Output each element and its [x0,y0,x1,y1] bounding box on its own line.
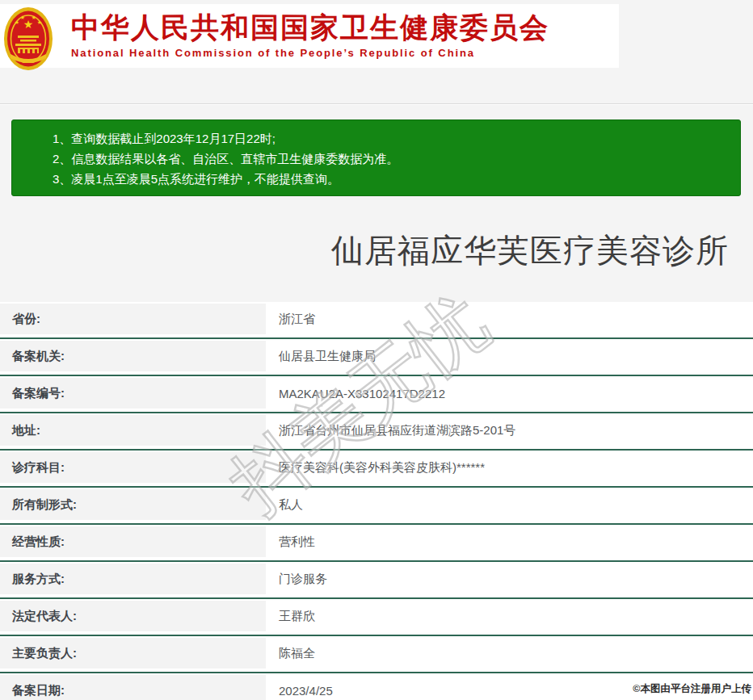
field-label: 法定代表人: [0,601,266,631]
field-value: 仙居县卫生健康局 [267,341,753,371]
record-table: 省份: 浙江省 备案机关: 仙居县卫生健康局 备案编号: MA2KAU2A-X3… [0,302,753,700]
table-row: 法定代表人: 王群欣 [0,599,753,636]
header-title-zh: 中华人民共和国国家卫生健康委员会 [71,13,549,42]
field-label: 服务方式: [0,564,266,594]
svg-text:★: ★ [20,15,25,20]
field-label: 主要负责人: [0,638,266,669]
field-value: 浙江省 [267,304,753,334]
field-label: 备案日期: [0,675,266,700]
field-label: 所有制形式: [0,489,266,520]
svg-text:★: ★ [37,19,42,25]
notice-line-2: 2、信息数据结果以各省、自治区、直辖市卫生健康委数据为准。 [53,149,732,169]
field-value: 门诊服务 [267,564,753,594]
field-value: 私人 [267,489,753,520]
table-row: 服务方式: 门诊服务 [0,562,753,599]
clinic-name-title: 仙居福应华芙医疗美容诊所 [0,228,753,273]
table-row: 地址: 浙江省台州市仙居县福应街道湖滨路5-201号 [0,413,753,451]
field-value: 王群欣 [267,601,753,631]
table-row: 备案机关: 仙居县卫生健康局 [0,339,753,376]
svg-text:★: ★ [32,15,36,20]
site-header: ★ ★ ★ ★ ★ 中华人民共和国国家卫生健康委员会 National Heal… [0,4,619,68]
notice-banner: 1、查询数据截止到2023年12月17日22时; 2、信息数据结果以各省、自治区… [11,119,741,196]
table-row: 诊疗科目: 医疗美容科(美容外科美容皮肤科)****** [0,451,753,488]
table-row: 经营性质: 营利性 [0,525,753,562]
field-value: 浙江省台州市仙居县福应街道湖滨路5-201号 [267,415,753,446]
table-row: 主要负责人: 陈福全 [0,636,753,673]
field-label: 备案机关: [0,341,266,371]
field-label: 备案编号: [0,378,266,409]
field-value: 医疗美容科(美容外科美容皮肤科)****** [267,452,753,483]
notice-line-1: 1、查询数据截止到2023年12月17日22时; [53,128,732,149]
notice-line-3: 3、凌晨1点至凌晨5点系统进行维护，不能提供查询。 [53,169,732,189]
field-value: MA2KAU2A-X33102417D2212 [267,378,753,409]
field-value: 营利性 [267,526,753,557]
svg-text:★: ★ [15,19,19,25]
national-emblem-icon: ★ ★ ★ ★ ★ [3,6,53,72]
table-row: 备案编号: MA2KAU2A-X33102417D2212 [0,376,753,413]
table-row: 所有制形式: 私人 [0,488,753,525]
header-divider-highlight [0,104,753,105]
table-row: 省份: 浙江省 [0,302,753,339]
field-label: 经营性质: [0,526,266,557]
upload-attribution-badge: ©本图由平台注册用户上传 [633,682,751,696]
field-value: 陈福全 [267,638,753,669]
field-label: 地址: [0,415,266,446]
header-title-en: National Health Commission of the People… [71,47,549,59]
field-label: 省份: [0,304,266,334]
field-label: 诊疗科目: [0,452,266,483]
